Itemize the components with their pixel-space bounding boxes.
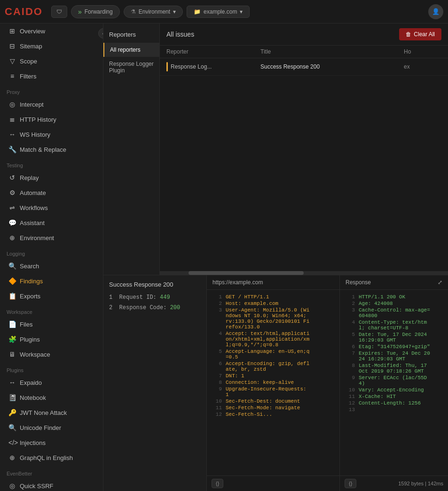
sidebar-item-jwt-none[interactable]: 🔑 JWT None Attack — [2, 405, 101, 420]
overview-icon: ⊞ — [8, 27, 16, 35]
beaker-icon: ⚗ — [131, 8, 136, 15]
environment-button[interactable]: ⚗ Environment ▾ — [124, 6, 183, 18]
sidebar-item-label: Workspace — [20, 351, 50, 358]
code-line: 5Accept-Language: en-US,en;q=0.5 — [207, 348, 339, 360]
logo: CAIDO — [5, 6, 43, 18]
issues-table-header: Reporter Title Ho — [160, 46, 448, 58]
sidebar-item-files[interactable]: 📄 Files — [2, 317, 101, 331]
resp-line: 13 — [340, 406, 448, 413]
content-area: Reporters All reporters Response Logger … — [103, 23, 448, 491]
detail-line-2: 2 Response Code: 200 — [109, 303, 201, 313]
sidebar-item-assistant[interactable]: 💬 Assistant — [2, 216, 101, 230]
sidebar-item-label: Intercept — [20, 101, 44, 108]
avatar[interactable]: 👤 — [428, 4, 443, 19]
issues-panel: All issues 🗑 Clear All Reporter Title Ho — [160, 23, 448, 275]
intercept-icon: ◎ — [8, 101, 16, 108]
sidebar-item-expaido[interactable]: ↔ Expaido — [2, 375, 101, 390]
sidebar-item-graphql[interactable]: ⊕ GraphQL in English — [2, 451, 101, 465]
sidebar-item-label: Search — [20, 263, 39, 270]
workflows-icon: ⇌ — [8, 204, 16, 211]
col-host: Ho — [404, 48, 441, 55]
filters-icon: ≡ — [8, 72, 16, 80]
clear-all-button[interactable]: 🗑 Clear All — [399, 28, 441, 40]
sidebar-item-overview[interactable]: ⊞ Overview — [2, 24, 101, 38]
sidebar-item-label: Workflows — [20, 204, 48, 211]
sidebar-item-plugins[interactable]: 🧩 Plugins — [2, 332, 101, 346]
reporters-title: Reporters — [103, 28, 159, 43]
user-icon: 👤 — [432, 8, 440, 15]
issues-title: All issues — [166, 31, 194, 38]
code-line: 1GET / HTTP/1.1 — [207, 294, 339, 300]
search-icon: 🔍 — [8, 262, 16, 270]
all-reporters-button[interactable]: All reporters — [103, 43, 159, 57]
quick-ssrf-icon: ◎ — [8, 482, 16, 490]
response-title: Response — [346, 279, 371, 286]
forwarding-label: Forwarding — [85, 8, 113, 15]
sidebar-item-notebook[interactable]: 📓 Notebook — [2, 390, 101, 405]
sidebar-item-findings[interactable]: 🔶 Findings — [2, 274, 101, 288]
horizontal-scrollbar[interactable] — [160, 271, 448, 275]
sidebar-item-scope[interactable]: ▽ Scope — [2, 54, 101, 68]
sidebar-item-label: Injections — [20, 439, 46, 446]
automate-icon: ⚙ — [8, 189, 16, 196]
domain-selector[interactable]: 📁 example.com ▾ — [187, 6, 250, 18]
reporter-name: Response Log... — [171, 63, 212, 70]
sidebar: « ⊞ Overview ⊟ Sitemap ▽ Scope ≡ Filters… — [0, 23, 103, 491]
request-panel: https://example.com 1GET / HTTP/1.1 2Hos… — [207, 275, 340, 491]
forwarding-button[interactable]: » Forwarding — [71, 5, 120, 18]
request-url: https://example.com — [207, 275, 339, 290]
response-logger-plugin-button[interactable]: Response Logger Plugin — [103, 57, 159, 78]
resp-line: 2Age: 424008 — [340, 300, 448, 307]
sidebar-item-label: Findings — [20, 278, 43, 285]
sidebar-item-workspace[interactable]: 🖥 Workspace — [2, 347, 101, 361]
workspace-section-label: Workspace — [0, 304, 103, 317]
sidebar-item-label: Sitemap — [20, 43, 42, 50]
sidebar-item-unicode[interactable]: 🔍 Unicode Finder — [2, 421, 101, 435]
sidebar-item-label: Assistant — [20, 219, 45, 226]
shield-button[interactable]: 🛡 — [51, 6, 67, 18]
notebook-icon: 📓 — [8, 394, 16, 401]
sidebar-item-label: Scope — [20, 58, 37, 65]
resp-line: 4Content-Type: text/html; charset=UTF-8 — [340, 319, 448, 331]
sidebar-item-quick-ssrf[interactable]: ◎ Quick SSRF — [2, 479, 101, 491]
sidebar-item-workflows[interactable]: ⇌ Workflows — [2, 201, 101, 215]
logging-section-label: Logging — [0, 245, 103, 258]
sidebar-item-exports[interactable]: 📋 Exports — [2, 289, 101, 303]
detail-line-1: 1 Request ID: 449 — [109, 293, 201, 303]
resp-line: 5Date: Tue, 17 Dec 202416:29:03 GMT — [340, 331, 448, 343]
sidebar-item-ws-history[interactable]: ↔ WS History — [2, 127, 101, 141]
resp-line: 3Cache-Control: max-age=604800 — [340, 307, 448, 319]
sidebar-item-injections[interactable]: </> Injections — [2, 436, 101, 450]
expand-icon[interactable]: ⤢ — [438, 279, 442, 286]
env-chevron-icon: ▾ — [173, 8, 176, 15]
proxy-section-label: Proxy — [0, 84, 103, 97]
resp-line: 1HTTP/1.1 200 OK — [340, 294, 448, 300]
sidebar-item-intercept[interactable]: ◎ Intercept — [2, 97, 101, 111]
sidebar-item-match-replace[interactable]: 🔧 Match & Replace — [2, 142, 101, 156]
response-panel: Response ⤢ 1HTTP/1.1 200 OK 2Age: 424008… — [340, 275, 448, 491]
sidebar-item-environment[interactable]: ⊕ Environment — [2, 231, 101, 245]
topbar: CAIDO 🛡 » Forwarding ⚗ Environment ▾ 📁 e… — [0, 0, 448, 23]
resp-line: 6Etag: "3147526947+gzip" — [340, 343, 448, 350]
workspace-icon: 🖥 — [8, 351, 16, 358]
code-line: 10Sec-Fetch-Dest: document — [207, 398, 339, 405]
resp-line: 12Content-Length: 1256 — [340, 400, 448, 406]
sidebar-item-replay[interactable]: ↺ Replay — [2, 171, 101, 185]
domain-chevron-icon: ▾ — [240, 8, 243, 15]
code-line: 8Connection: keep-alive — [207, 379, 339, 386]
sidebar-item-http-history[interactable]: ≣ HTTP History — [2, 112, 101, 126]
request-format-button[interactable]: {} — [212, 479, 223, 488]
domain-label: example.com — [204, 8, 237, 15]
response-code-panel: 1HTTP/1.1 200 OK 2Age: 424008 3Cache-Con… — [340, 290, 448, 475]
sidebar-item-label: GraphQL in English — [20, 454, 73, 461]
sidebar-item-search[interactable]: 🔍 Search — [2, 259, 101, 273]
sidebar-item-filters[interactable]: ≡ Filters — [2, 69, 101, 83]
exports-icon: 📋 — [8, 292, 16, 300]
sidebar-item-sitemap[interactable]: ⊟ Sitemap — [2, 39, 101, 53]
response-format-button[interactable]: {} — [345, 479, 356, 488]
forwarding-arrow-icon: » — [78, 8, 82, 16]
sidebar-item-automate[interactable]: ⚙ Automate — [2, 186, 101, 200]
reporter-list: Reporters All reporters Response Logger … — [103, 23, 160, 275]
reporter-indicator — [166, 62, 168, 71]
table-row[interactable]: Response Log... Success Response 200 ex — [160, 58, 448, 76]
